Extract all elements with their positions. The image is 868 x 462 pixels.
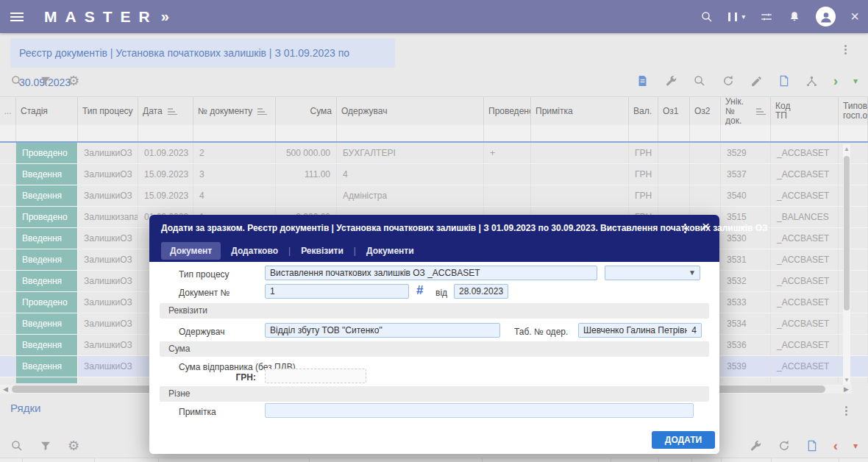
edit-pencil-icon[interactable] bbox=[750, 75, 763, 88]
filter-icon[interactable] bbox=[40, 75, 51, 87]
collapse-down-icon[interactable]: ▾ bbox=[853, 441, 858, 450]
cell-menu bbox=[0, 207, 16, 227]
cell-sum bbox=[276, 185, 337, 206]
table-filter-row[interactable] bbox=[0, 125, 868, 143]
cell-stage: Введення bbox=[16, 249, 78, 270]
column-header-stage[interactable]: Стадія bbox=[16, 97, 78, 125]
submit-add-button[interactable]: ДОДАТИ bbox=[652, 431, 715, 449]
filter-cell-doc-no[interactable] bbox=[193, 125, 276, 141]
vertical-scrollbar[interactable]: ▲ ▼ bbox=[843, 144, 850, 385]
column-header-note[interactable]: Примітка bbox=[531, 97, 629, 125]
breadcrumb[interactable]: Реєстр документів | Установка початкових… bbox=[10, 38, 395, 68]
expand-right-icon[interactable]: › bbox=[833, 74, 838, 88]
column-header-receiver[interactable]: Одержувач bbox=[337, 97, 484, 125]
new-document-icon[interactable] bbox=[778, 74, 790, 88]
cell-stage: Введення bbox=[16, 185, 78, 206]
document-filled-icon[interactable] bbox=[636, 74, 649, 88]
filter-cell-date[interactable] bbox=[138, 125, 193, 141]
search-icon[interactable] bbox=[10, 439, 24, 452]
pause-dropdown-icon[interactable]: ▾ bbox=[728, 13, 745, 21]
column-header-menu[interactable]: ... bbox=[0, 97, 16, 125]
column-header-tp-code[interactable]: Код ТП bbox=[771, 97, 839, 125]
filter-cell-receiver[interactable] bbox=[337, 125, 484, 141]
modal-tab-4[interactable]: Документи bbox=[366, 246, 414, 256]
cell-doc-no: 3 bbox=[193, 164, 276, 185]
column-header-oz1[interactable]: Оз1 bbox=[658, 97, 690, 125]
note-input[interactable] bbox=[265, 403, 694, 418]
filter-cell-oz1[interactable] bbox=[658, 125, 690, 141]
lines-table-edge bbox=[0, 458, 868, 462]
filter-icon[interactable] bbox=[40, 440, 51, 452]
gear-icon[interactable]: ⚙ bbox=[68, 439, 79, 452]
filter-cell-note[interactable] bbox=[531, 125, 629, 141]
table-row[interactable]: ПроведеноЗалишкиОЗ01.09.20232500 000.00Б… bbox=[0, 143, 868, 164]
process-type-select[interactable]: ▼ bbox=[605, 266, 700, 280]
search-icon[interactable] bbox=[10, 74, 24, 88]
refresh-icon[interactable] bbox=[722, 74, 735, 88]
column-header-sum[interactable]: Сума bbox=[276, 97, 337, 125]
cell-process-type: Залишкизапас bbox=[78, 207, 138, 227]
cell-tp-code: _ACCBASET bbox=[771, 185, 839, 206]
column-header-currency[interactable]: Вал. bbox=[629, 97, 658, 125]
scroll-down-icon[interactable]: ▼ bbox=[844, 377, 850, 383]
notifications-bell-icon[interactable] bbox=[788, 10, 801, 24]
filter-cell-uniq-no[interactable] bbox=[721, 125, 771, 141]
grn-input[interactable] bbox=[265, 369, 366, 383]
tune-icon[interactable] bbox=[760, 10, 773, 24]
filter-cell-oz2[interactable] bbox=[690, 125, 721, 141]
filter-cell-stage[interactable] bbox=[16, 125, 78, 141]
cell-uniq-no: 3536 bbox=[721, 335, 771, 355]
search-icon[interactable] bbox=[700, 10, 714, 24]
hierarchy-icon[interactable] bbox=[805, 75, 818, 88]
expand-down-icon[interactable]: ▾ bbox=[853, 77, 858, 85]
filter-cell-currency[interactable] bbox=[629, 125, 658, 141]
filter-cell-typical-op[interactable] bbox=[839, 125, 868, 141]
breadcrumb-more-icon[interactable] bbox=[844, 45, 847, 47]
modal-tab-3[interactable]: Реквізити bbox=[301, 246, 344, 256]
gear-icon[interactable]: ⚙ bbox=[68, 74, 79, 88]
date-input[interactable] bbox=[454, 284, 508, 299]
user-avatar[interactable] bbox=[816, 7, 836, 26]
wrench-icon[interactable] bbox=[749, 439, 762, 452]
scroll-left-icon[interactable]: ◀ bbox=[3, 385, 8, 393]
hamburger-menu-icon[interactable] bbox=[10, 13, 24, 21]
table-row[interactable]: ВведенняЗалишкиОЗ15.09.20233111.004ГРН35… bbox=[0, 164, 868, 185]
column-header-process-type[interactable]: Тип процесу bbox=[78, 97, 138, 125]
app-logo: MASTER bbox=[44, 8, 158, 26]
table-row[interactable]: ВведенняЗалишкиОЗ15.09.20234АдміністраГР… bbox=[0, 185, 868, 207]
column-header-typical-op[interactable]: Типова госп.оп bbox=[839, 97, 868, 125]
column-header-posted[interactable]: Проведено bbox=[484, 97, 531, 125]
cell-date: 15.09.2023 bbox=[138, 164, 193, 185]
modal-more-icon[interactable] bbox=[684, 224, 686, 226]
tab-no-input[interactable]: Шевченко Галина Петрівна 4 bbox=[578, 323, 702, 338]
column-header-doc-no[interactable]: № документу bbox=[193, 97, 276, 125]
numbering-hash-icon[interactable]: # bbox=[416, 283, 423, 298]
vscroll-thumb[interactable] bbox=[844, 156, 850, 310]
modal-close-icon[interactable]: × bbox=[702, 218, 710, 235]
filter-cell-process-type[interactable] bbox=[78, 125, 138, 141]
receiver-input[interactable] bbox=[265, 323, 500, 338]
note-label: Примітка bbox=[179, 407, 216, 417]
doc-no-input[interactable] bbox=[265, 284, 409, 299]
close-app-icon[interactable]: × bbox=[850, 8, 859, 25]
column-header-oz2[interactable]: Оз2 bbox=[690, 97, 721, 125]
filter-cell-sum[interactable] bbox=[276, 125, 337, 141]
filter-cell-posted[interactable] bbox=[484, 125, 531, 141]
process-type-input[interactable] bbox=[265, 266, 597, 280]
column-header-date[interactable]: Дата bbox=[138, 97, 193, 125]
lines-more-icon[interactable] bbox=[845, 406, 847, 408]
scroll-up-icon[interactable]: ▲ bbox=[844, 146, 850, 152]
filter-cell-tp-code[interactable] bbox=[771, 125, 839, 141]
new-document-icon[interactable] bbox=[806, 439, 818, 452]
scroll-right-icon[interactable]: ▶ bbox=[844, 385, 849, 393]
cell-oz1 bbox=[658, 185, 690, 206]
wrench-icon[interactable] bbox=[664, 74, 677, 88]
filter-cell-menu[interactable] bbox=[0, 125, 16, 141]
modal-tab-2[interactable]: Додатково bbox=[231, 246, 278, 256]
column-header-uniq-no[interactable]: Унік. № док. bbox=[721, 97, 771, 125]
refresh-icon[interactable] bbox=[778, 439, 791, 452]
modal-tab-1[interactable]: Документ bbox=[161, 242, 221, 260]
cell-tp-code: _ACCBASET bbox=[771, 164, 839, 185]
collapse-left-icon[interactable]: ‹ bbox=[833, 439, 838, 452]
search-icon[interactable] bbox=[693, 74, 706, 88]
